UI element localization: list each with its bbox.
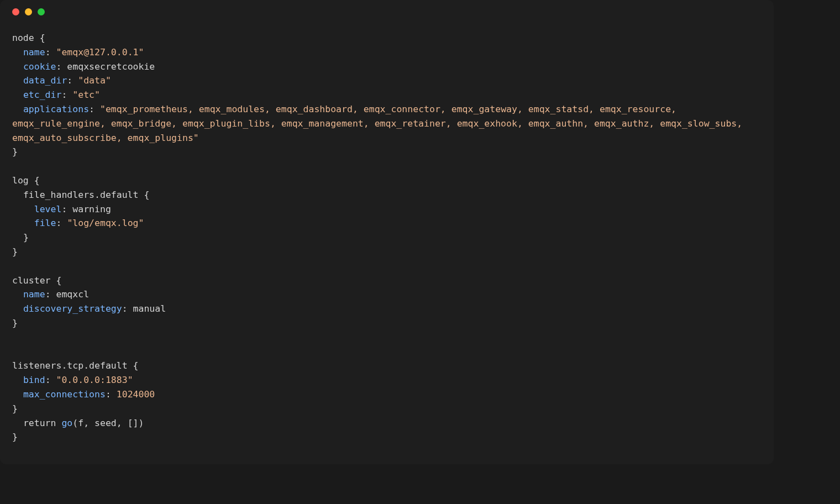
key-node-cookie: cookie (23, 61, 56, 72)
block-log: log (12, 175, 29, 186)
val-node-datadir: "data" (78, 75, 111, 86)
go-func: go (61, 418, 72, 428)
key-log-file: file (34, 218, 56, 228)
val-node-name: "emqx@127.0.0.1" (56, 47, 144, 57)
val-node-etcdir: "etc" (72, 90, 100, 100)
val-listeners-bind: "0.0.0.0:1883" (56, 375, 133, 385)
window-titlebar (0, 0, 774, 23)
block-log-handler: file_handlers.default (23, 190, 139, 200)
key-node-datadir: data_dir (23, 75, 67, 86)
key-log-level: level (34, 204, 62, 214)
maximize-icon[interactable] (38, 8, 45, 15)
key-cluster-name: name (23, 289, 45, 300)
minimize-icon[interactable] (25, 8, 32, 15)
block-cluster: cluster (12, 275, 51, 286)
return-keyword: return (23, 418, 56, 428)
val-cluster-discovery: manual (133, 303, 166, 314)
block-listeners: listeners.tcp.default (12, 360, 128, 371)
key-listeners-maxconn: max_connections (23, 389, 106, 400)
key-node-etcdir: etc_dir (23, 90, 62, 100)
key-cluster-discovery: discovery_strategy (23, 303, 122, 314)
val-log-level: warning (72, 204, 111, 214)
key-node-name: name (23, 47, 45, 57)
val-cluster-name: emqxcl (56, 289, 90, 300)
block-node: node (12, 33, 34, 43)
key-listeners-bind: bind (23, 375, 45, 385)
val-listeners-maxconn: 1024000 (117, 389, 155, 400)
terminal-window: node { name: "emqx@127.0.0.1" cookie: em… (0, 0, 774, 464)
val-node-cookie: emqxsecretcookie (67, 61, 155, 72)
key-node-applications: applications (23, 104, 89, 114)
val-log-file: "log/emqx.log" (67, 218, 144, 228)
close-icon[interactable] (12, 8, 19, 15)
val-node-applications: "emqx_prometheus, emqx_modules, emqx_das… (12, 104, 748, 143)
code-content: node { name: "emqx@127.0.0.1" cookie: em… (0, 23, 774, 456)
go-args: (f, seed, []) (72, 418, 144, 428)
